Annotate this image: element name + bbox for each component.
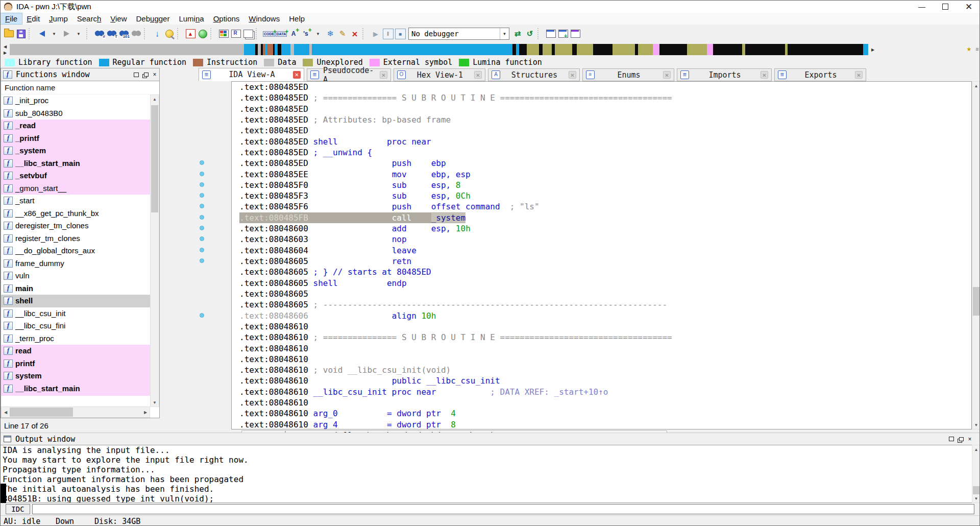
text-search-icon[interactable] xyxy=(130,28,142,40)
function-list-item[interactable]: fsetvbuf xyxy=(1,395,150,396)
tab-hex-view-1[interactable]: OHex View-1✕ xyxy=(394,68,485,81)
function-list-item[interactable]: fsystem xyxy=(1,370,150,382)
function-list-item[interactable]: f_init_proc xyxy=(1,94,150,107)
edit-icon[interactable]: ✎ xyxy=(336,28,349,40)
debugger-rerun-icon[interactable]: ↺ xyxy=(524,28,536,40)
functions-panel-titlebar[interactable]: f Functions window × xyxy=(1,68,160,81)
navigate-forward-icon[interactable] xyxy=(60,28,72,40)
disassembly-line[interactable]: .text:08048605 ; } // starts at 80485ED xyxy=(239,267,971,277)
make-string-icon[interactable]: 's+ xyxy=(300,28,312,40)
make-data-icon[interactable]: DATA+ xyxy=(275,28,287,40)
navband-segment[interactable] xyxy=(281,44,290,55)
tab-close-icon[interactable]: ✕ xyxy=(474,71,482,79)
disassembly-line[interactable]: .text:08048610 __libc_csu_init proc near… xyxy=(239,387,971,397)
autoanalysis-ok-icon[interactable] xyxy=(197,28,209,40)
navband-segment[interactable] xyxy=(290,44,294,55)
function-list-item[interactable]: f_system xyxy=(1,145,150,157)
function-list-item[interactable]: f_term_proc xyxy=(1,332,150,345)
navband-segment[interactable] xyxy=(244,44,255,55)
function-list-item[interactable]: fsub_80483B0 xyxy=(1,107,150,120)
disassembly-line[interactable]: .text:08048610 xyxy=(239,397,971,408)
debug-stop-icon[interactable]: ■ xyxy=(394,28,406,40)
function-list-item[interactable]: f_start xyxy=(1,195,150,207)
band-end-arrow-icon[interactable]: ▶ xyxy=(869,46,876,53)
scrollbar-thumb[interactable] xyxy=(10,408,73,417)
output-vertical-scrollbar[interactable]: ▲ ▼ xyxy=(972,445,980,503)
maximize-button[interactable] xyxy=(934,1,957,13)
scroll-left-icon[interactable]: ◀ xyxy=(2,407,10,417)
tab-structures[interactable]: AStructures✕ xyxy=(488,68,580,81)
menu-item-search[interactable]: Search xyxy=(72,13,106,24)
menu-item-lumina[interactable]: Lumina xyxy=(174,13,208,24)
disassembly-line[interactable]: .text:080485FB call _system xyxy=(239,212,971,223)
function-list-item[interactable]: fshell xyxy=(1,295,150,307)
function-list-item[interactable]: fread xyxy=(1,345,150,357)
disassembly-line[interactable]: .text:08048610 arg_4 = dword ptr 8 xyxy=(239,419,971,429)
disassembly-line[interactable]: .text:080485ED xyxy=(239,104,971,114)
navband-segment[interactable] xyxy=(593,44,612,55)
disassembly-line[interactable]: .text:08048600 add esp, 10h xyxy=(239,223,971,234)
panel-close-icon[interactable]: × xyxy=(150,70,159,79)
tab-exports[interactable]: ≣Exports✕ xyxy=(774,68,866,81)
menu-item-debugger[interactable]: Debugger xyxy=(132,13,175,24)
open-file-icon[interactable] xyxy=(3,28,15,40)
function-list-item[interactable]: fframe_dummy xyxy=(1,257,150,270)
output-float-icon[interactable] xyxy=(956,435,965,443)
function-list-item[interactable]: fderegister_tm_clones xyxy=(1,220,150,232)
debug-pause-icon[interactable]: ‖ xyxy=(382,28,394,40)
debugger-window-1-icon[interactable] xyxy=(545,28,557,40)
scroll-down-icon[interactable]: ▼ xyxy=(972,494,980,503)
navband-segment[interactable] xyxy=(512,44,516,55)
debugger-selector[interactable]: No debugger▼ xyxy=(408,28,509,40)
tab-enums[interactable]: ≡Enums✕ xyxy=(582,68,674,81)
tab-close-icon[interactable]: ✕ xyxy=(380,71,387,79)
chevron-down-icon[interactable]: ▼ xyxy=(500,28,509,39)
tab-imports[interactable]: ≣Imports✕ xyxy=(677,68,772,81)
disassembly-line[interactable]: .text:08048604 leave xyxy=(239,245,971,256)
tab-pseudocode-a[interactable]: ≣Pseudocode-A✕ xyxy=(307,68,391,81)
navband-segment[interactable] xyxy=(555,44,572,55)
function-list-item[interactable]: fregister_tm_clones xyxy=(1,232,150,245)
disassembly-line[interactable]: .text:080485ED push ebp xyxy=(239,158,971,169)
navband-segment[interactable] xyxy=(577,44,593,55)
idc-language-button[interactable]: IDC xyxy=(6,504,30,514)
scroll-up-icon[interactable]: ▲ xyxy=(151,95,159,103)
delete-icon[interactable]: × xyxy=(349,28,361,40)
disassembly-line[interactable]: .text:080485ED shell proc near xyxy=(239,136,971,147)
disassembly-line[interactable]: .text:08048606 align 10h xyxy=(239,310,971,321)
scrollbar-thumb[interactable] xyxy=(973,287,979,316)
scrollbar-thumb[interactable] xyxy=(973,486,979,494)
output-log[interactable]: IDA is analysing the input file...You ma… xyxy=(1,445,972,503)
menu-item-file[interactable]: File xyxy=(1,13,22,24)
debug-start-icon[interactable]: ▶ xyxy=(370,28,382,40)
band-scroll-right-icon[interactable]: ▶ xyxy=(2,50,9,56)
binary-search-icon[interactable]: 101 xyxy=(118,28,130,40)
navband-segment[interactable] xyxy=(10,44,244,55)
disassembly-vertical-scrollbar[interactable]: ▲ ▼ xyxy=(972,81,980,429)
debugger-swap-icon[interactable]: ⇄ xyxy=(511,28,524,40)
tab-close-icon[interactable]: ✕ xyxy=(293,71,301,79)
jump-to-address-icon[interactable]: # xyxy=(93,28,106,40)
navband-segment[interactable] xyxy=(638,44,653,55)
function-list-item[interactable]: f_gmon_start__ xyxy=(1,182,150,195)
highlight-icon[interactable] xyxy=(163,28,176,40)
navband-segment[interactable] xyxy=(267,44,273,55)
scrollbar-thumb[interactable] xyxy=(151,105,158,212)
function-list-item[interactable]: fprintf xyxy=(1,357,150,370)
forward-history-icon[interactable]: ▼ xyxy=(72,28,85,40)
navband-segment[interactable] xyxy=(687,44,707,55)
scroll-down-icon[interactable]: ▼ xyxy=(972,421,980,429)
disassembly-line[interactable]: .text:08048610 ; void __libc_csu_init(vo… xyxy=(239,365,971,375)
menu-item-view[interactable]: View xyxy=(106,13,131,24)
tab-close-icon[interactable]: ✕ xyxy=(855,71,863,79)
disassembly-line[interactable]: .text:08048610 arg_0 = dword ptr 4 xyxy=(239,408,971,419)
function-list-item[interactable]: f__do_global_dtors_aux xyxy=(1,245,150,257)
navband-segment[interactable] xyxy=(543,44,552,55)
disassembly-line[interactable]: .text:080485F6 push offset command ; "ls… xyxy=(239,201,971,212)
navband-segment[interactable] xyxy=(572,44,577,55)
function-list-item[interactable]: f__libc_csu_fini xyxy=(1,320,150,332)
problems-list-icon[interactable]: ▲ xyxy=(184,28,197,40)
command-line-input[interactable] xyxy=(32,504,974,514)
debugger-window-3-icon[interactable] xyxy=(569,28,581,40)
disassembly-line[interactable]: .text:080485F0 sub esp, 8 xyxy=(239,180,971,190)
